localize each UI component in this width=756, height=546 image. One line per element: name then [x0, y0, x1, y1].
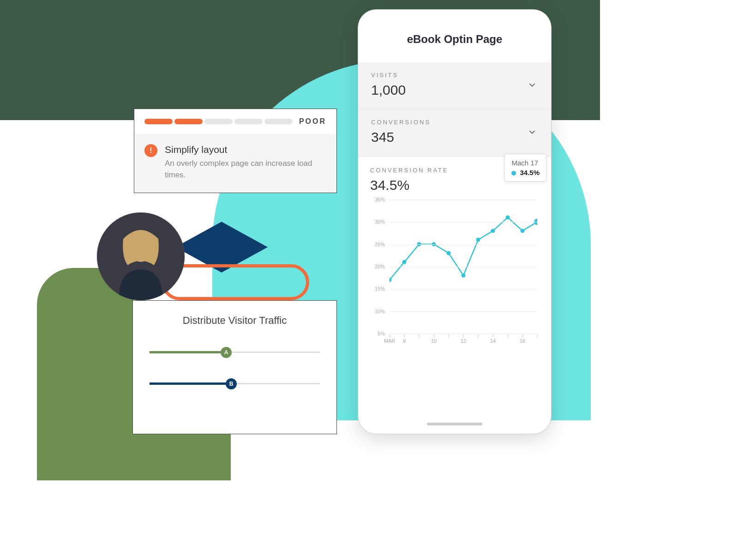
recommendation-title: Simplify layout — [165, 144, 326, 155]
x-tick: 12 — [461, 338, 466, 344]
tooltip-value: 34.5% — [520, 169, 540, 176]
slider-a[interactable]: A — [150, 343, 320, 362]
svg-point-7 — [447, 251, 451, 255]
alert-icon: ! — [144, 144, 157, 157]
svg-point-11 — [506, 215, 510, 219]
chart-tooltip: Mach 17 34.5% — [504, 154, 546, 182]
phone-mockup: eBook Optin Page VISITS 1,000 CONVERSION… — [358, 9, 552, 434]
traffic-card: Distribute Visitor Traffic A B — [132, 300, 337, 434]
y-tick: 30% — [375, 219, 385, 224]
x-tick: MAR — [384, 338, 395, 344]
visits-row[interactable]: VISITS 1,000 — [358, 62, 551, 109]
page-title: eBook Optin Page — [358, 10, 551, 62]
svg-point-12 — [521, 229, 525, 233]
visits-value: 1,000 — [371, 82, 538, 98]
y-tick: 20% — [375, 264, 385, 269]
avatar — [97, 212, 185, 300]
slider-b[interactable]: B — [150, 375, 320, 393]
svg-point-10 — [491, 229, 495, 233]
chevron-down-icon — [527, 80, 537, 92]
conversions-label: CONVERSIONS — [371, 119, 538, 126]
pill-decoration — [162, 264, 309, 300]
svg-point-8 — [462, 273, 466, 278]
slider-a-knob[interactable]: A — [221, 347, 232, 358]
conversions-row[interactable]: CONVERSIONS 345 — [358, 109, 551, 157]
y-tick: 10% — [375, 309, 385, 314]
score-label: POOR — [299, 117, 326, 126]
traffic-title: Distribute Visitor Traffic — [150, 315, 320, 327]
x-tick: 14 — [490, 338, 496, 344]
conversion-rate-section[interactable]: CONVERSION RATE 34.5% Mach 17 34.5% 5%10… — [358, 157, 551, 352]
score-bar — [144, 119, 293, 124]
svg-point-4 — [402, 260, 407, 264]
y-tick: 5% — [378, 331, 385, 336]
x-tick: 8 — [403, 338, 406, 344]
visits-label: VISITS — [371, 72, 538, 79]
chevron-down-icon — [527, 127, 537, 139]
x-tick: 10 — [431, 338, 437, 344]
conversions-value: 345 — [371, 129, 538, 145]
slider-b-knob[interactable]: B — [226, 378, 237, 389]
recommendation-description: An overly complex page can increase load… — [165, 158, 326, 181]
recommendation-card: POOR ! Simplify layout An overly complex… — [134, 109, 337, 193]
y-tick: 25% — [375, 242, 385, 247]
y-tick: 15% — [375, 286, 385, 291]
tooltip-dot-icon — [511, 171, 516, 176]
home-indicator — [427, 423, 482, 425]
y-tick: 35% — [375, 197, 385, 202]
x-tick: 16 — [520, 338, 525, 344]
conversion-chart: 5%10%15%20%25%30%35% MAR810121416 — [387, 200, 537, 347]
tooltip-date: Mach 17 — [511, 159, 540, 167]
svg-point-9 — [476, 238, 480, 242]
